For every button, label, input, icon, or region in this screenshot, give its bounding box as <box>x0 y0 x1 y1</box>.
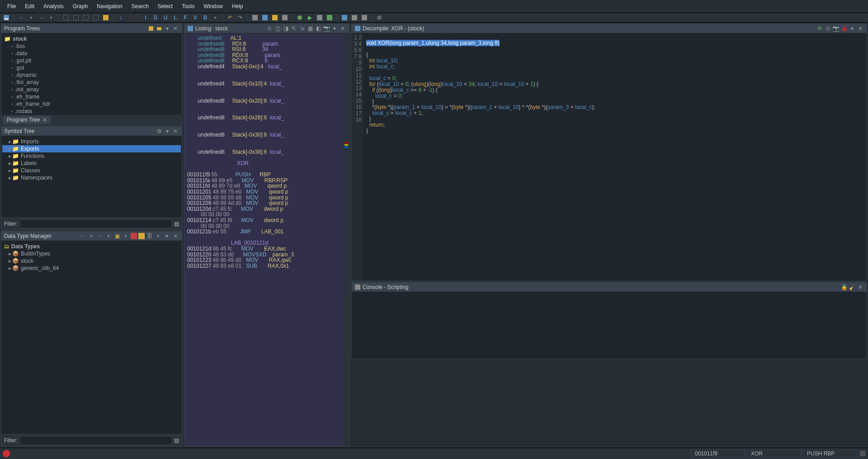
tree-section[interactable]: ▫.eh_frame_hdr <box>2 100 181 108</box>
refresh-icon[interactable]: ⟳ <box>816 25 823 32</box>
nav-icon[interactable]: ⇱ <box>290 25 297 32</box>
toggle-icon[interactable]: ◨ <box>282 25 289 32</box>
tree-section[interactable]: ▫.bss <box>2 43 181 50</box>
tool-icon[interactable] <box>361 14 368 21</box>
close-icon[interactable]: ✕ <box>172 128 179 134</box>
menu-tools[interactable]: Tools <box>178 2 198 11</box>
tree-section[interactable]: ▫.eh_frame <box>2 93 181 100</box>
nav-icon[interactable] <box>62 14 70 21</box>
symbol-tree-item-classes[interactable]: ▸📁Classes <box>2 167 181 174</box>
menu-icon[interactable]: ▾ <box>849 25 856 32</box>
tree-root[interactable]: 📁stock <box>2 35 181 43</box>
data-type-item[interactable]: ▸📦generic_clib_64 <box>2 265 181 272</box>
program-tree-body[interactable]: 📁stock ▫.bss▫.data▫.got.plt▫.got▫.dynami… <box>1 33 182 115</box>
dropdown-icon[interactable]: ▼ <box>212 14 219 21</box>
tool-icon[interactable] <box>341 14 348 21</box>
symbol-tree-item-labels[interactable]: ▸📁Labels <box>2 160 181 167</box>
tree-section[interactable]: ▫.got <box>2 64 181 71</box>
highlight-icon[interactable] <box>138 233 145 239</box>
new-tree-icon[interactable] <box>147 25 155 32</box>
diff-icon[interactable]: ◧ <box>315 25 322 32</box>
undo-icon[interactable]: ↶ <box>226 14 234 21</box>
dropdown-icon[interactable]: ▼ <box>88 233 95 239</box>
menu-edit[interactable]: Edit <box>21 2 38 11</box>
menu-icon[interactable]: ▾ <box>163 233 170 239</box>
dropdown-icon[interactable]: ▼ <box>28 14 35 21</box>
back-icon[interactable]: ← <box>79 233 86 239</box>
lock-icon[interactable]: 🔒 <box>840 284 848 290</box>
save-icon[interactable] <box>3 14 10 21</box>
down-arrow-icon[interactable]: ↓ <box>117 14 124 21</box>
console-body[interactable] <box>352 292 867 359</box>
menu-select[interactable]: Select <box>154 2 176 11</box>
fields-icon[interactable]: ▦ <box>307 25 314 32</box>
tool-icon[interactable] <box>316 14 323 21</box>
tree-section[interactable]: ▫.init_array <box>2 86 181 93</box>
listing-body[interactable]: undefined AL:1 undefined8 RDI:8 param un… <box>184 33 344 446</box>
toggle-icon[interactable]: ◫ <box>274 25 281 32</box>
dtm-body[interactable]: 🗂Data Types ▸📦BuiltInTypes▸📦stock▸📦gener… <box>1 241 182 434</box>
clear-icon[interactable]: 🧹 <box>849 284 856 290</box>
tool-icon[interactable] <box>251 14 259 21</box>
copy-icon[interactable]: ⎘ <box>266 25 273 32</box>
config-icon[interactable]: ⚙ <box>156 128 163 134</box>
tool-icon[interactable] <box>261 14 269 21</box>
tree-section[interactable]: ▫.fini_array <box>2 79 181 86</box>
ghidra-icon[interactable] <box>3 450 10 457</box>
stop-icon[interactable] <box>376 14 383 21</box>
close-icon[interactable]: ✕ <box>857 25 864 32</box>
forward-icon[interactable]: → <box>38 14 45 21</box>
run-icon[interactable]: ▶ <box>306 14 313 21</box>
tree-section[interactable]: ▫.dynamic <box>2 71 181 79</box>
tab-program-tree[interactable]: Program Tree ✕ <box>3 116 51 124</box>
close-icon[interactable]: ✕ <box>172 233 179 239</box>
close-tab-icon[interactable]: ✕ <box>42 117 47 123</box>
nav-icon[interactable] <box>72 14 80 21</box>
menu-graph[interactable]: Graph <box>69 2 91 11</box>
dtm-filter-input[interactable] <box>19 436 172 445</box>
nav-icon[interactable]: ⇲ <box>298 25 306 32</box>
symbol-tree-item-functions[interactable]: ▸📁Functions <box>2 152 181 160</box>
tree-section[interactable]: ▫.got.plt <box>2 57 181 64</box>
menu-icon[interactable]: ▾ <box>164 128 171 134</box>
dropdown-icon[interactable]: ▼ <box>122 233 129 239</box>
nav-icon[interactable] <box>92 14 99 21</box>
filter-options-icon[interactable]: ▤ <box>174 221 179 227</box>
open-icon[interactable] <box>156 25 163 32</box>
dropdown-icon[interactable]: ▼ <box>47 14 55 21</box>
archive-icon[interactable]: 🗄 <box>146 233 153 239</box>
tool-icon[interactable] <box>296 14 303 21</box>
letter-v-icon[interactable]: V <box>192 14 199 21</box>
menu-file[interactable]: File <box>4 2 19 11</box>
letter-d-icon[interactable]: D <box>152 14 159 21</box>
dropdown-icon[interactable]: ▼ <box>155 233 162 239</box>
menu-analysis[interactable]: Analysis <box>40 2 67 11</box>
symbol-filter-input[interactable] <box>19 219 172 228</box>
data-type-item[interactable]: ▸📦BuiltInTypes <box>2 250 181 257</box>
snapshot-icon[interactable]: 📷 <box>832 25 840 32</box>
tool-icon[interactable] <box>271 14 278 21</box>
filter-icon[interactable]: ▣ <box>113 233 121 239</box>
symbol-tree-item-exports[interactable]: ▸📁Exports <box>2 145 181 152</box>
close-icon[interactable]: ✕ <box>339 25 346 32</box>
debug-icon[interactable]: 🐞 <box>840 25 848 32</box>
close-icon[interactable]: ✕ <box>172 25 179 32</box>
tree-section[interactable]: ▫.data <box>2 50 181 57</box>
letter-b-icon[interactable]: B <box>202 14 209 21</box>
tool-icon[interactable] <box>326 14 333 21</box>
dt-root[interactable]: 🗂Data Types <box>2 243 181 250</box>
letter-l-icon[interactable]: L <box>172 14 179 21</box>
decompile-code[interactable]: void XOR(long param_1,ulong 34,long para… <box>363 33 867 281</box>
tree-section[interactable]: ▫.rodata <box>2 108 181 115</box>
symbol-tree-item-namespaces[interactable]: ▸📁Namespaces <box>2 174 181 181</box>
close-icon[interactable]: ✕ <box>857 284 864 290</box>
redo-icon[interactable]: ↷ <box>236 14 244 21</box>
symbol-tree-body[interactable]: ▸📁Imports▸📁Exports▸📁Functions▸📁Labels▸📁C… <box>1 136 182 218</box>
decompile-body[interactable]: 1 2 3 4 5 6 7 8 9 10 11 12 13 14 15 16 1… <box>352 33 867 281</box>
nav-icon[interactable] <box>82 14 90 21</box>
dropdown-icon[interactable]: ▼ <box>105 233 112 239</box>
menu-help[interactable]: Help <box>228 2 247 11</box>
filter-options-icon[interactable]: ▤ <box>174 437 179 444</box>
tool-icon[interactable] <box>281 14 288 21</box>
up-arrow-icon[interactable]: ↑ <box>127 14 134 21</box>
